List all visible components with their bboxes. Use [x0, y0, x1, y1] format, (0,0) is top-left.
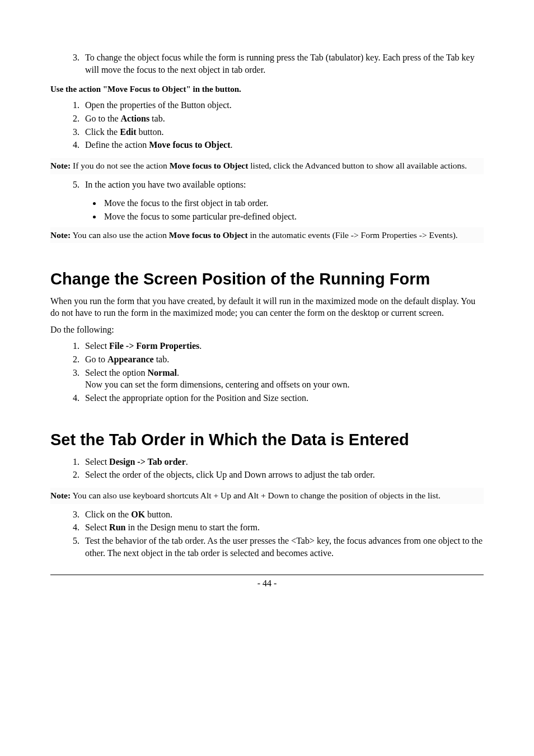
text-bold: Run: [109, 522, 125, 532]
sub-heading-move-focus: Use the action "Move Focus to Object" in…: [50, 83, 484, 95]
text-bold: OK: [131, 510, 145, 519]
text-run: in the automatic events (File -> Form Pr…: [248, 230, 458, 240]
text-run: Select: [85, 522, 109, 532]
text-bold: Move focus to Object: [169, 230, 248, 240]
list-item: Select the order of the objects, click U…: [82, 469, 484, 481]
list-item: Go to Appearance tab.: [82, 353, 484, 366]
footer-divider: [50, 575, 484, 575]
note-label: Note:: [50, 491, 71, 500]
list-item: Click the Edit button.: [82, 126, 484, 138]
sublist-options: Move the focus to the first object in ta…: [50, 197, 484, 222]
list-item: Click on the OK button.: [82, 508, 484, 521]
page-number: - 44 -: [50, 578, 484, 589]
list-item: In the action you have two available opt…: [82, 179, 484, 191]
note-label: Note:: [50, 230, 71, 240]
list-item: Go to the Actions tab.: [82, 113, 484, 125]
text-run: Go to the: [85, 114, 121, 123]
list-move-focus-options: In the action you have two available opt…: [50, 179, 484, 191]
text-run: tab.: [149, 114, 165, 123]
text-run: You can also use keyboard shortcuts Alt …: [71, 491, 441, 500]
text-run: Click the: [85, 127, 120, 137]
text-run: .: [199, 341, 202, 351]
note-label: Note:: [50, 161, 71, 170]
list-item: Open the properties of the Button object…: [82, 99, 484, 111]
list-tab-order-steps-b: Click on the OK button. Select Run in th…: [50, 508, 484, 559]
note-block: Note: If you do not see the action Move …: [50, 158, 484, 174]
text-run: tab.: [154, 354, 170, 364]
text-run: In the action you have two available opt…: [85, 180, 246, 189]
text-bold: File -> Form Properties: [109, 341, 199, 351]
document-page: To change the object focus while the for…: [50, 0, 484, 600]
text-bold: Actions: [121, 114, 150, 123]
list-item: Test the behavior of the tab order. As t…: [82, 535, 484, 559]
note-block: Note: You can also use the action Move f…: [50, 227, 484, 244]
list-item: Define the action Move focus to Object.: [82, 139, 484, 151]
text-run: You can also use the action: [71, 230, 169, 240]
list-item: Select File -> Form Properties.: [82, 340, 484, 352]
text-bold: Normal: [148, 368, 177, 377]
text-run: .: [177, 368, 179, 377]
text-run: If you do not see the action: [71, 161, 169, 170]
text-bold: Move focus to Object: [149, 140, 230, 150]
text-bold: Move focus to Object: [170, 161, 249, 170]
list-item: Move the focus to some particular pre-de…: [102, 211, 484, 223]
text-run: Go to: [85, 354, 107, 364]
text-run: Define the action: [85, 140, 149, 150]
text-run: Now you can set the form dimensions, cen…: [85, 380, 350, 389]
text-bold: Appearance: [107, 354, 154, 364]
list-item: Select Design -> Tab order.: [82, 456, 484, 468]
text-run: button.: [137, 127, 164, 137]
list-item: Move the focus to the first object in ta…: [102, 197, 484, 209]
list-screen-position-steps: Select File -> Form Properties. Go to Ap…: [50, 340, 484, 404]
list-item: To change the object focus while the for…: [82, 52, 484, 76]
list-item: Select Run in the Design menu to start t…: [82, 521, 484, 534]
text-run: .: [186, 457, 188, 466]
list-tab-order-steps-a: Select Design -> Tab order. Select the o…: [50, 456, 484, 481]
text-run: .: [230, 140, 232, 150]
text-run: button.: [145, 510, 172, 519]
text-run: Select the option: [85, 368, 148, 377]
list-item: Select the appropriate option for the Po…: [82, 392, 484, 404]
text-bold: Design -> Tab order: [109, 457, 186, 466]
note-block: Note: You can also use keyboard shortcut…: [50, 488, 484, 504]
text-run: Select: [85, 457, 109, 466]
heading-set-tab-order: Set the Tab Order in Which the Data is E…: [50, 430, 484, 450]
list-item: Select the option Normal. Now you can se…: [82, 367, 484, 391]
text-bold: Edit: [120, 127, 136, 137]
text-run: Click on the: [85, 510, 131, 519]
paragraph: When you run the form that you have crea…: [50, 295, 484, 319]
heading-change-screen-position: Change the Screen Position of the Runnin…: [50, 269, 484, 289]
paragraph: Do the following:: [50, 324, 484, 336]
text-run: listed, click the Advanced button to sho…: [248, 161, 467, 170]
text-run: Select: [85, 341, 109, 351]
list-tab-focus-cont: To change the object focus while the for…: [50, 52, 484, 76]
text-run: in the Design menu to start the form.: [125, 522, 260, 532]
list-move-focus-steps: Open the properties of the Button object…: [50, 99, 484, 151]
